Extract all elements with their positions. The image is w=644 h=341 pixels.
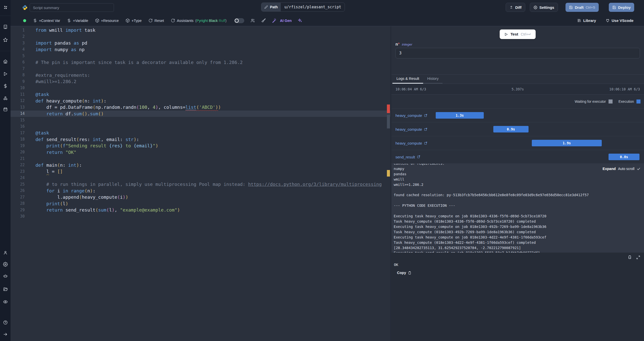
editor-toolbar: +Context Var +Variable +Resource +Type R… xyxy=(11,15,644,26)
copy-json-icon[interactable] xyxy=(627,255,632,260)
duration-bar[interactable]: 1.9s xyxy=(532,140,602,146)
sidebar-item-users[interactable] xyxy=(0,249,11,256)
deploy-button[interactable]: Deploy xyxy=(609,3,634,12)
fullscreen-icon[interactable] xyxy=(636,255,640,260)
code-line[interactable]: 17@task xyxy=(11,130,390,136)
code-line[interactable]: 28 print(l) xyxy=(11,200,390,207)
code-line[interactable]: 9#wmill>=1.286.2 xyxy=(11,78,390,85)
duration-bar[interactable]: 0.8s xyxy=(609,154,639,160)
check-icon[interactable] xyxy=(637,167,640,171)
code-line[interactable]: 23 l = [] xyxy=(11,168,390,175)
code-line[interactable]: 26 for i in range(n): xyxy=(11,188,390,194)
line-number: 22 xyxy=(11,163,25,167)
line-number: 16 xyxy=(11,124,25,129)
sidebar-item-variables[interactable] xyxy=(0,82,11,90)
code-lines[interactable]: 1from wmill import task23import pandas a… xyxy=(11,26,390,220)
code-text: @task xyxy=(25,92,49,97)
code-line[interactable]: 10 xyxy=(11,85,390,91)
use-vscode-button[interactable]: Use VScode xyxy=(606,18,633,23)
test-button[interactable]: Test Ctrl+↵ xyxy=(500,29,536,39)
ai-gen-button[interactable]: AI Gen xyxy=(272,18,292,23)
code-line[interactable]: 18def send_result(res: int, email: str): xyxy=(11,136,390,143)
sidebar-item-favorites[interactable] xyxy=(0,36,11,44)
code-line[interactable]: 21 xyxy=(11,155,390,162)
sidebar-collapse-icon[interactable] xyxy=(0,330,11,338)
duration-bar[interactable]: 0.9s xyxy=(493,126,529,132)
code-line[interactable]: 24 xyxy=(11,175,390,181)
line-number: 3 xyxy=(11,41,25,45)
sidebar-item-schedules[interactable] xyxy=(0,106,11,113)
code-line[interactable]: 12def heavy_compute(n: int): xyxy=(11,98,390,104)
scrollbar-thumb[interactable] xyxy=(387,115,390,128)
external-link-icon xyxy=(424,127,427,131)
multiplayer-icon[interactable] xyxy=(250,18,255,23)
assistants-button[interactable]: Assistants (Pyright Black Ruff) xyxy=(171,18,227,23)
code-line[interactable]: 4import numpy as np xyxy=(11,46,390,53)
task-link[interactable]: heavy_compute xyxy=(395,127,427,131)
code-line[interactable]: 8#extra_requirements: xyxy=(11,72,390,79)
code-line[interactable]: 1from wmill import task xyxy=(11,27,390,33)
code-line[interactable]: 7 xyxy=(11,65,390,72)
line-number: 27 xyxy=(11,195,25,199)
code-line[interactable]: 30 xyxy=(11,213,390,220)
execution-row: heavy_compute1.9s xyxy=(391,136,644,150)
log-viewer[interactable]: content of requirements: numpy pandas wm… xyxy=(391,164,644,253)
sparkles-icon[interactable] xyxy=(298,18,302,23)
copy-result-button[interactable]: Copy xyxy=(397,271,412,275)
task-link[interactable]: heavy_compute xyxy=(395,141,427,145)
sidebar-item-workers[interactable] xyxy=(0,272,11,280)
add-type-button[interactable]: +Type xyxy=(126,18,142,23)
path-chip[interactable]: Path u/rfiszel/pleasant_script xyxy=(261,3,345,12)
format-brush-icon[interactable] xyxy=(261,18,266,23)
add-resource-button[interactable]: +Resource xyxy=(95,18,119,23)
sidebar-item-runs[interactable] xyxy=(0,70,11,78)
library-button[interactable]: Library xyxy=(577,18,596,23)
code-line[interactable]: 2 xyxy=(11,33,390,40)
sidebar-item-help[interactable] xyxy=(0,319,11,326)
add-context-var-button[interactable]: +Context Var xyxy=(33,18,60,23)
edit-path-button[interactable]: Path xyxy=(261,3,281,11)
code-line[interactable]: 5 xyxy=(11,53,390,59)
code-line[interactable]: 25 # to run things in parallel, simply u… xyxy=(11,181,390,188)
rotate-icon xyxy=(148,18,153,23)
library-icon xyxy=(577,18,581,23)
settings-button[interactable]: Settings xyxy=(530,3,558,12)
path-label: Path xyxy=(270,5,278,9)
code-line[interactable]: 14 return df.sum().sum() xyxy=(11,111,390,117)
sidebar-item-resources[interactable] xyxy=(0,94,11,102)
sidebar-divider xyxy=(0,51,11,51)
code-line[interactable]: 20 return "OK" xyxy=(11,149,390,156)
windmill-logo-icon[interactable] xyxy=(0,4,11,11)
sidebar-item-home[interactable] xyxy=(0,58,11,65)
expand-button[interactable]: Expand xyxy=(602,167,616,171)
code-text: return "OK" xyxy=(25,150,76,155)
sidebar-item-settings[interactable] xyxy=(0,260,11,268)
code-line[interactable]: 29 return send_result(sum(l), "example@e… xyxy=(11,207,390,213)
tab-logs-result[interactable]: Logs & Result xyxy=(392,75,423,84)
reset-button[interactable]: Reset xyxy=(148,18,164,23)
code-line[interactable]: 3import pandas as pd xyxy=(11,40,390,46)
sidebar-item-workspace[interactable] xyxy=(0,23,11,30)
code-line[interactable]: 13 df = pd.DataFrame(np.random.randn(100… xyxy=(11,104,390,111)
task-link[interactable]: heavy_compute xyxy=(395,113,427,118)
duration-bar[interactable]: 1.3s xyxy=(436,112,484,119)
code-line[interactable]: 27 l.append(heavy_compute(i)) xyxy=(11,194,390,200)
argument-n-input[interactable] xyxy=(395,48,640,58)
code-line[interactable]: 16 xyxy=(11,123,390,130)
log-lines: content of requirements: numpy pandas wm… xyxy=(391,164,644,253)
save-draft-button[interactable]: Draft Ctrl+S xyxy=(566,3,599,12)
code-line[interactable]: 6# The pin is important since task is a … xyxy=(11,59,390,66)
sidebar-item-folders[interactable] xyxy=(0,285,11,293)
code-line[interactable]: 15 xyxy=(11,117,390,123)
diff-button[interactable]: Diff xyxy=(506,3,525,12)
code-line[interactable]: 11@task xyxy=(11,91,390,98)
assistant-toggle[interactable] xyxy=(234,18,244,23)
code-line[interactable]: 19 print(f"Sending result {res} to {emai… xyxy=(11,143,390,149)
task-link[interactable]: send_result xyxy=(395,155,420,159)
sidebar-item-audit-logs[interactable] xyxy=(0,298,11,305)
tab-history[interactable]: History xyxy=(423,75,442,84)
script-summary-input[interactable] xyxy=(30,3,114,12)
code-editor[interactable]: 1from wmill import task23import pandas a… xyxy=(11,26,391,341)
add-variable-button[interactable]: +Variable xyxy=(67,18,88,23)
code-line[interactable]: 22def main(n: int): xyxy=(11,162,390,168)
